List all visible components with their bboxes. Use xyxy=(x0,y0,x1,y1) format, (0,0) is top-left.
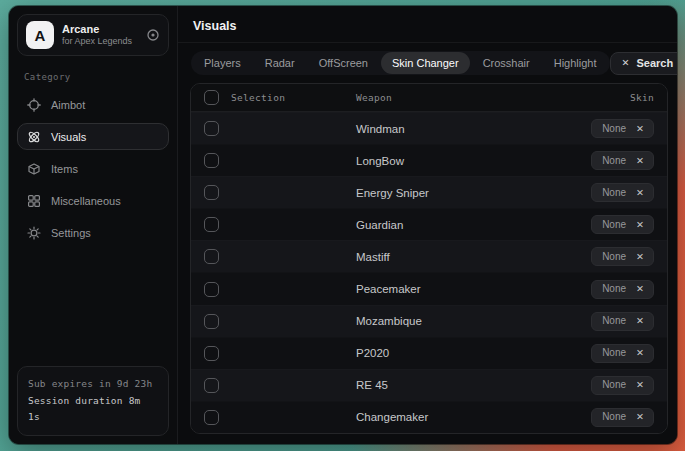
search-button[interactable]: ✕ Search xyxy=(610,52,677,75)
clear-skin-icon[interactable]: ✕ xyxy=(636,283,644,294)
x-icon: ✕ xyxy=(622,57,630,68)
table-row: Mastiff None ✕ xyxy=(191,240,667,272)
skin-select-badge[interactable]: None ✕ xyxy=(591,280,654,299)
clear-skin-icon[interactable]: ✕ xyxy=(636,411,644,422)
table-row: Peacemaker None ✕ xyxy=(191,272,667,304)
weapon-name: Windman xyxy=(356,123,591,135)
table-row: Changemaker None ✕ xyxy=(191,401,667,433)
clear-skin-icon[interactable]: ✕ xyxy=(636,251,644,262)
skin-value: None xyxy=(602,155,626,166)
desktop-background: A Arcane for Apex Legends Category xyxy=(0,0,685,451)
table-body: Windman None ✕ LongBow None ✕ xyxy=(191,112,667,433)
skin-value: None xyxy=(602,251,626,262)
skin-select-badge[interactable]: None ✕ xyxy=(591,344,654,363)
app-header-card: A Arcane for Apex Legends xyxy=(17,14,169,56)
sub-expires-text: Sub expires in 9d 23h xyxy=(28,376,158,393)
skin-changer-table: Selection Weapon Skin Windman None ✕ xyxy=(190,83,668,434)
category-label: Category xyxy=(24,72,162,82)
skin-select-badge[interactable]: None ✕ xyxy=(591,215,654,234)
sidebar-item-label: Items xyxy=(51,163,78,175)
weapon-name: Changemaker xyxy=(356,411,591,423)
weapon-name: Mastiff xyxy=(356,251,591,263)
tab-highlight[interactable]: Highlight xyxy=(543,52,608,74)
gear-icon xyxy=(27,226,41,240)
table-row: RE 45 None ✕ xyxy=(191,369,667,401)
table-row: LongBow None ✕ xyxy=(191,144,667,176)
skin-value: None xyxy=(602,411,626,422)
skin-value: None xyxy=(602,347,626,358)
clear-skin-icon[interactable]: ✕ xyxy=(636,379,644,390)
atom-eye-icon xyxy=(27,130,41,144)
tab-radar[interactable]: Radar xyxy=(254,52,306,74)
page-title: Visuals xyxy=(178,6,677,43)
sidebar-item-aimbot[interactable]: Aimbot xyxy=(17,91,169,118)
row-checkbox[interactable] xyxy=(204,378,219,393)
skin-select-badge[interactable]: None ✕ xyxy=(591,408,654,427)
main-panel: Visuals Players Radar OffScreen Skin Cha… xyxy=(178,6,677,444)
weapon-name: RE 45 xyxy=(356,379,591,391)
skin-select-badge[interactable]: None ✕ xyxy=(591,376,654,395)
row-checkbox[interactable] xyxy=(204,410,219,425)
row-checkbox[interactable] xyxy=(204,282,219,297)
clear-skin-icon[interactable]: ✕ xyxy=(636,123,644,134)
weapon-name: Peacemaker xyxy=(356,283,591,295)
weapon-name: Energy Sniper xyxy=(356,187,591,199)
skin-value: None xyxy=(602,315,626,326)
tab-players[interactable]: Players xyxy=(193,52,252,74)
sidebar-item-label: Settings xyxy=(51,227,91,239)
row-checkbox[interactable] xyxy=(204,249,219,264)
clear-skin-icon[interactable]: ✕ xyxy=(636,315,644,326)
sidebar-item-miscellaneous[interactable]: Miscellaneous xyxy=(17,187,169,214)
table-row: Mozambique None ✕ xyxy=(191,305,667,337)
column-weapon: Weapon xyxy=(356,92,630,103)
row-checkbox[interactable] xyxy=(204,185,219,200)
tab-crosshair[interactable]: Crosshair xyxy=(472,52,541,74)
skin-value: None xyxy=(602,219,626,230)
weapon-name: LongBow xyxy=(356,155,591,167)
skin-select-badge[interactable]: None ✕ xyxy=(591,183,654,202)
skin-select-badge[interactable]: None ✕ xyxy=(591,247,654,266)
sidebar-item-visuals[interactable]: Visuals xyxy=(17,123,169,150)
crosshair-icon xyxy=(27,98,41,112)
grid-icon xyxy=(27,194,41,208)
column-selection: Selection xyxy=(231,92,285,103)
search-button-label: Search xyxy=(637,57,674,69)
tab-bar: Players Radar OffScreen Skin Changer Cro… xyxy=(178,43,677,80)
table-row: Energy Sniper None ✕ xyxy=(191,176,667,208)
clear-skin-icon[interactable]: ✕ xyxy=(636,347,644,358)
tab-offscreen[interactable]: OffScreen xyxy=(308,52,379,74)
table-header-row: Selection Weapon Skin xyxy=(191,84,667,112)
select-all-checkbox[interactable] xyxy=(204,90,219,105)
sidebar-item-items[interactable]: Items xyxy=(17,155,169,182)
tab-group: Players Radar OffScreen Skin Changer Cro… xyxy=(191,51,610,75)
column-skin: Skin xyxy=(630,92,654,103)
skin-value: None xyxy=(602,379,626,390)
row-checkbox[interactable] xyxy=(204,217,219,232)
clear-skin-icon[interactable]: ✕ xyxy=(636,219,644,230)
clear-skin-icon[interactable]: ✕ xyxy=(636,155,644,166)
row-checkbox[interactable] xyxy=(204,346,219,361)
app-subtitle: for Apex Legends xyxy=(62,36,132,47)
weapon-name: Guardian xyxy=(356,219,591,231)
table-row: Windman None ✕ xyxy=(191,112,667,144)
sidebar-item-label: Visuals xyxy=(51,131,86,143)
sidebar-item-label: Aimbot xyxy=(51,99,85,111)
session-duration-text: Session duration 8m 1s xyxy=(28,393,158,426)
skin-value: None xyxy=(602,187,626,198)
skin-select-badge[interactable]: None ✕ xyxy=(591,151,654,170)
sidebar-item-label: Miscellaneous xyxy=(51,195,121,207)
sidebar: A Arcane for Apex Legends Category xyxy=(9,6,178,444)
row-checkbox[interactable] xyxy=(204,314,219,329)
subscription-info-card: Sub expires in 9d 23h Session duration 8… xyxy=(17,366,169,436)
tab-skin-changer[interactable]: Skin Changer xyxy=(381,52,470,74)
table-row: P2020 None ✕ xyxy=(191,337,667,369)
row-checkbox[interactable] xyxy=(204,153,219,168)
scan-target-icon[interactable] xyxy=(146,28,160,42)
skin-select-badge[interactable]: None ✕ xyxy=(591,312,654,331)
row-checkbox[interactable] xyxy=(204,121,219,136)
skin-select-badge[interactable]: None ✕ xyxy=(591,119,654,138)
clear-skin-icon[interactable]: ✕ xyxy=(636,187,644,198)
sidebar-item-settings[interactable]: Settings xyxy=(17,219,169,246)
weapon-name: Mozambique xyxy=(356,315,591,327)
skin-value: None xyxy=(602,123,626,134)
